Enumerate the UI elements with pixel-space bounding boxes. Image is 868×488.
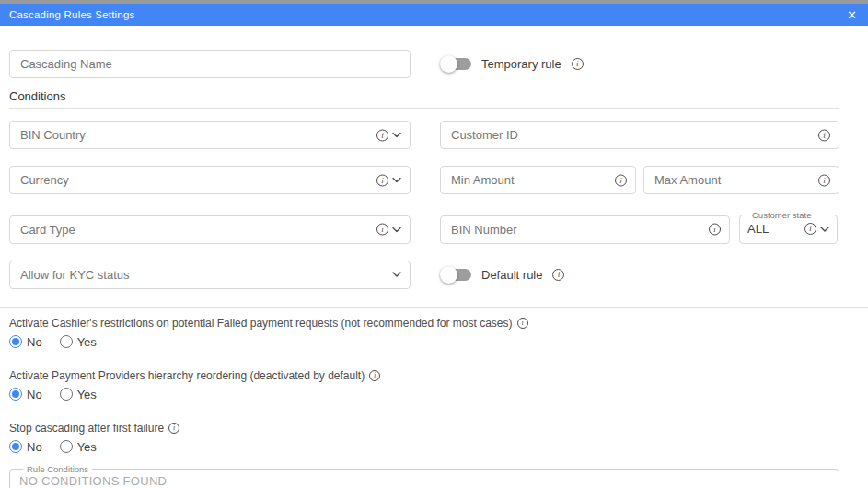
max-amount-input[interactable] (643, 166, 839, 194)
cascading-name-wrapper (9, 50, 411, 78)
kyc-status-select[interactable] (9, 261, 411, 289)
customer-id-input[interactable] (440, 121, 839, 149)
providers-reordering-section: Activate Payment Providers hierarchy reo… (9, 369, 839, 401)
customer-state-label: Customer state (749, 211, 814, 220)
cashier-restrictions-section: Activate Cashier's restrictions on poten… (9, 317, 839, 349)
card-type-select[interactable] (9, 215, 411, 244)
modal-header: Cascading Rules Settings ✕ (0, 4, 868, 26)
radio-selected-icon[interactable] (9, 388, 22, 401)
customer-state-value: ALL (747, 222, 804, 236)
rule-conditions-label: Rule Conditions (23, 465, 92, 474)
rule-conditions-empty-text: NO CONDITIONS FOUND (19, 474, 829, 488)
max-amount-wrapper: i (643, 166, 839, 194)
rule-conditions-box: Rule Conditions NO CONDITIONS FOUND (9, 465, 839, 488)
radio-selected-icon[interactable] (9, 440, 22, 453)
close-icon[interactable]: ✕ (847, 9, 857, 21)
providers-reordering-label: Activate Payment Providers hierarchy reo… (9, 369, 365, 382)
customer-id-wrapper: i (440, 121, 839, 149)
currency-wrapper: i (9, 166, 411, 194)
conditions-heading: Conditions (9, 89, 839, 103)
radio-unselected-icon[interactable] (60, 440, 73, 453)
info-icon[interactable]: i (369, 370, 380, 381)
modal-title: Cascading Rules Settings (9, 9, 134, 20)
radio-option-no[interactable]: No (9, 388, 42, 401)
radio-option-yes[interactable]: Yes (60, 440, 97, 454)
default-rule-toggle[interactable] (443, 269, 471, 281)
info-icon[interactable]: i (552, 269, 564, 281)
radio-option-no[interactable]: No (9, 335, 42, 349)
currency-select[interactable] (9, 166, 411, 194)
temporary-rule-label: Temporary rule (481, 57, 561, 71)
default-rule-label: Default rule (481, 268, 542, 282)
radio-unselected-icon[interactable] (60, 335, 73, 348)
radio-option-no[interactable]: No (9, 440, 42, 454)
cascading-name-input[interactable] (9, 50, 411, 78)
info-icon: i (804, 223, 816, 235)
info-icon[interactable]: i (517, 318, 528, 329)
section-divider (0, 307, 868, 308)
stop-cascading-section: Stop cascading after first failure i No … (9, 422, 839, 454)
info-icon[interactable]: i (168, 423, 179, 434)
cashier-restrictions-label: Activate Cashier's restrictions on poten… (9, 317, 513, 330)
radio-option-yes[interactable]: Yes (60, 388, 97, 401)
chevron-down-icon (820, 227, 829, 232)
bin-number-input[interactable] (440, 215, 730, 244)
radio-option-yes[interactable]: Yes (60, 335, 97, 349)
toggle-knob (440, 55, 457, 73)
bin-country-wrapper: i (9, 121, 411, 149)
min-amount-input[interactable] (440, 166, 636, 194)
radio-unselected-icon[interactable] (60, 388, 73, 401)
customer-state-select[interactable]: Customer state ALL i (739, 211, 838, 244)
bin-country-select[interactable] (9, 121, 411, 149)
min-amount-wrapper: i (440, 166, 636, 194)
radio-selected-icon[interactable] (9, 335, 22, 348)
conditions-divider (9, 108, 839, 109)
bin-number-wrapper: i (440, 215, 730, 244)
stop-cascading-label: Stop cascading after first failure (9, 422, 164, 435)
modal-body: Temporary rule i Conditions i i (0, 50, 868, 488)
temporary-rule-toggle[interactable] (443, 58, 471, 70)
kyc-status-wrapper (9, 261, 411, 289)
card-type-wrapper: i (9, 215, 411, 244)
info-icon[interactable]: i (572, 58, 584, 70)
toggle-knob (440, 266, 457, 284)
